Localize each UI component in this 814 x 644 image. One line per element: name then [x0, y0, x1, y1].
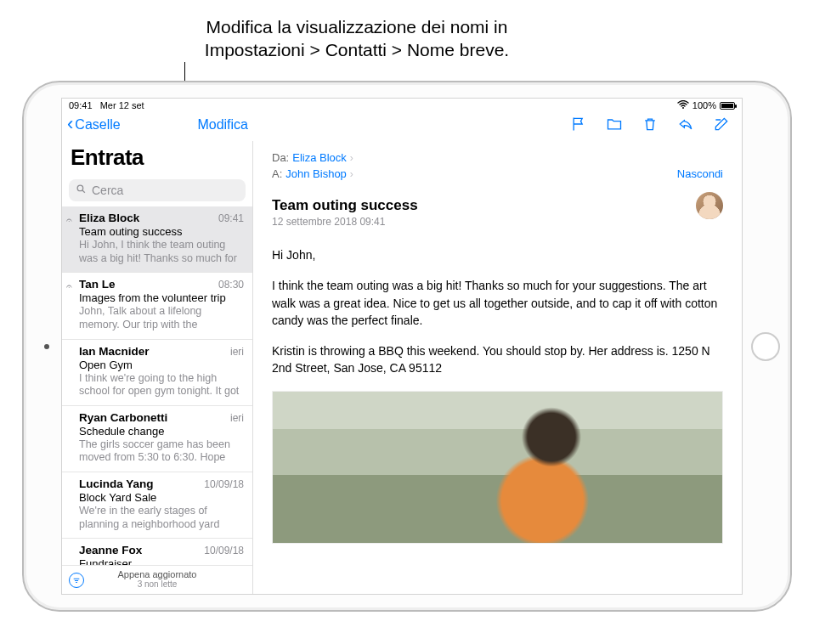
mail-headers: Da: Eliza Block › A: John Bishop › Nasco… — [272, 151, 723, 184]
chevron-left-icon: ‹ — [67, 115, 73, 133]
sidebar-footer: Appena aggiornato 3 non lette — [62, 565, 252, 594]
message-preview: We're in the early stages of planning a … — [79, 505, 244, 531]
message-sender: Ryan Carbonetti — [79, 411, 167, 424]
from-label: Da: — [272, 151, 289, 164]
message-subject: Team outing success — [79, 225, 244, 238]
attachment-icon: 𝄐 — [66, 280, 72, 292]
mail-attachment-image[interactable] — [272, 391, 723, 544]
footer-status-sub: 3 non lette — [69, 579, 246, 589]
message-row[interactable]: Ryan CarbonettiieriSchedule changeThe gi… — [62, 406, 252, 472]
message-subject: Open Gym — [79, 359, 244, 371]
mail-subject: Team outing success — [272, 197, 723, 214]
message-row[interactable]: Lucinda Yang10/09/18Block Yard SaleWe're… — [62, 472, 252, 539]
chevron-right-icon: › — [350, 168, 353, 180]
message-time: 10/09/18 — [204, 478, 244, 490]
message-time: 10/09/18 — [204, 545, 244, 556]
footer-status-main: Appena aggiornato — [69, 569, 246, 579]
screen: 09:41 Mer 12 set 100% — [61, 98, 743, 595]
message-time: 08:30 — [218, 279, 244, 291]
message-time: 09:41 — [218, 212, 244, 224]
to-name-link[interactable]: John Bishop — [285, 167, 347, 180]
battery-icon — [720, 102, 735, 110]
status-date: Mer 12 set — [100, 100, 144, 110]
message-row[interactable]: Jeanne Fox10/09/18FundraiserSoliciting i… — [62, 539, 252, 565]
message-preview: John, Talk about a lifelong memory. Our … — [79, 305, 244, 331]
reading-pane: Da: Eliza Block › A: John Bishop › Nasco… — [253, 141, 742, 594]
message-row[interactable]: 𝄐Eliza Block09:41Team outing successHi J… — [62, 206, 252, 273]
status-time: 09:41 — [69, 100, 93, 110]
body-paragraph: Kristin is throwing a BBQ this weekend. … — [272, 342, 723, 377]
message-sender: Eliza Block — [79, 212, 139, 224]
search-icon — [76, 184, 87, 197]
message-preview: I think we're going to the high school f… — [79, 372, 244, 398]
message-time: ieri — [230, 412, 244, 424]
message-list-sidebar: Entrata Cerca 𝄐Eliza Block09:41Team outi… — [62, 141, 253, 594]
svg-point-1 — [77, 185, 83, 191]
message-preview: The girls soccer game has been moved fro… — [79, 438, 244, 465]
message-sender: Ian Macnider — [79, 345, 150, 358]
from-name-link[interactable]: Eliza Block — [292, 151, 347, 164]
ipad-frame: 09:41 Mer 12 set 100% — [22, 81, 792, 612]
home-button[interactable] — [751, 332, 780, 361]
help-callout: Modifica la visualizzazione dei nomi in … — [161, 15, 552, 62]
message-row[interactable]: 𝄐Tan Le08:30Images from the volunteer tr… — [62, 273, 252, 339]
messages-list[interactable]: 𝄐Eliza Block09:41Team outing successHi J… — [62, 206, 252, 565]
search-input[interactable]: Cerca — [69, 179, 246, 201]
folder-icon[interactable] — [606, 116, 623, 133]
chevron-right-icon: › — [350, 152, 353, 164]
wifi-icon — [677, 100, 689, 110]
mail-body: Hi John, I think the team outing was a b… — [272, 246, 723, 544]
message-subject: Fundraiser — [79, 557, 244, 565]
trash-icon[interactable] — [642, 116, 659, 133]
filter-button[interactable] — [69, 573, 84, 588]
search-placeholder: Cerca — [92, 184, 123, 197]
ipad-camera — [44, 344, 49, 349]
message-subject: Images from the volunteer trip — [79, 291, 244, 304]
edit-button[interactable]: Modifica — [197, 117, 248, 133]
message-time: ieri — [230, 346, 244, 358]
mail-date: 12 settembre 2018 09:41 — [272, 216, 723, 228]
status-right: 100% — [677, 100, 735, 110]
battery-percent: 100% — [692, 100, 716, 110]
status-bar: 09:41 Mer 12 set 100% — [62, 99, 742, 112]
message-subject: Block Yard Sale — [79, 491, 244, 504]
reply-icon[interactable] — [677, 116, 694, 133]
svg-point-0 — [682, 107, 684, 109]
back-to-mailboxes[interactable]: ‹ Caselle — [67, 116, 121, 133]
hide-details-button[interactable]: Nascondi — [677, 167, 723, 180]
message-preview: Hi John, I think the team outing was a b… — [79, 239, 244, 265]
message-sender: Tan Le — [79, 278, 116, 291]
body-paragraph: I think the team outing was a big hit! T… — [272, 277, 723, 329]
message-row[interactable]: Ian MacniderieriOpen GymI think we're go… — [62, 340, 252, 406]
message-sender: Jeanne Fox — [79, 544, 142, 556]
attachment-icon: 𝄐 — [66, 214, 72, 226]
inbox-title: Entrata — [71, 144, 244, 171]
to-label: A: — [272, 167, 282, 180]
message-subject: Schedule change — [79, 425, 244, 438]
flag-icon[interactable] — [570, 116, 587, 133]
sender-avatar[interactable] — [696, 192, 723, 219]
message-sender: Lucinda Yang — [79, 477, 154, 490]
body-paragraph: Hi John, — [272, 246, 723, 263]
status-left: 09:41 Mer 12 set — [69, 100, 144, 110]
compose-icon[interactable] — [713, 116, 730, 133]
